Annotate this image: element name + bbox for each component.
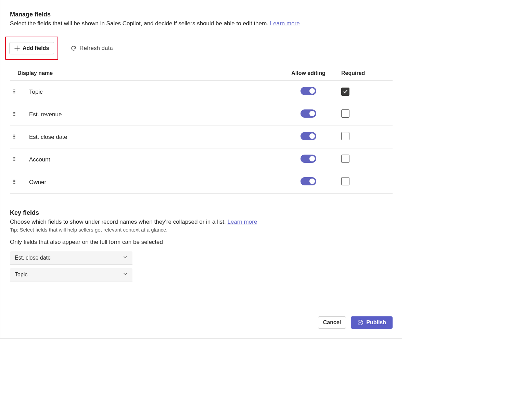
field-name: Est. revenue [29, 111, 278, 118]
table-row: ⠿ Est. close date [10, 126, 393, 148]
table-row: ⠿ Est. revenue [10, 103, 393, 126]
allow-editing-toggle[interactable] [301, 177, 316, 185]
plus-icon [14, 45, 20, 51]
drag-handle-icon[interactable]: ⠿ [12, 91, 20, 93]
add-fields-button[interactable]: Add fields [9, 42, 54, 54]
footer-actions: Cancel Publish [318, 316, 393, 329]
required-checkbox[interactable] [341, 132, 349, 140]
add-fields-label: Add fields [23, 45, 49, 51]
select-value: Topic [15, 272, 27, 278]
key-fields-learn-more-link[interactable]: Learn more [227, 219, 257, 225]
table-row: ⠿ Owner [10, 171, 393, 194]
required-checkbox[interactable] [341, 88, 349, 96]
key-fields-description: Choose which fields to show under record… [10, 219, 393, 225]
table-row: ⠿ Account [10, 148, 393, 171]
drag-handle-icon[interactable]: ⠿ [12, 113, 20, 116]
allow-editing-toggle[interactable] [301, 132, 316, 140]
key-fields-heading: Key fields [10, 209, 393, 216]
required-checkbox[interactable] [341, 177, 349, 185]
publish-button[interactable]: Publish [351, 316, 393, 329]
manage-fields-heading: Manage fields [10, 11, 393, 18]
chevron-down-icon [123, 255, 128, 261]
allow-editing-toggle[interactable] [301, 155, 316, 163]
chevron-down-icon [123, 272, 128, 278]
publish-label: Publish [366, 319, 386, 326]
drag-handle-icon[interactable]: ⠿ [12, 181, 20, 184]
key-fields-selects: Est. close date Topic [10, 251, 393, 281]
cancel-button[interactable]: Cancel [318, 316, 346, 329]
drag-handle-icon[interactable]: ⠿ [12, 136, 20, 139]
toolbar: Add fields Refresh data [10, 37, 393, 60]
refresh-data-button[interactable]: Refresh data [68, 43, 115, 54]
checkmark-circle-icon [357, 319, 363, 326]
field-name: Topic [29, 89, 278, 95]
required-checkbox[interactable] [341, 109, 349, 118]
allow-editing-toggle[interactable] [301, 109, 316, 118]
table-header-row: Display name Allow editing Required [10, 67, 393, 81]
field-name: Est. close date [29, 134, 278, 141]
key-fields-section: Key fields Choose which fields to show u… [10, 209, 393, 281]
field-name: Account [29, 156, 278, 163]
manage-fields-panel: Manage fields Select the fields that wil… [0, 0, 402, 339]
required-checkbox[interactable] [341, 155, 349, 163]
key-fields-tip: Tip: Select fields that will help seller… [10, 227, 393, 233]
column-header-name: Display name [12, 70, 278, 76]
refresh-icon [71, 45, 77, 51]
key-field-select[interactable]: Est. close date [10, 251, 132, 265]
select-value: Est. close date [15, 255, 51, 261]
drag-handle-icon[interactable]: ⠿ [12, 158, 20, 161]
table-row: ⠿ Topic [10, 81, 393, 103]
key-fields-note: Only fields that also appear on the full… [10, 239, 393, 246]
field-name: Owner [29, 179, 278, 186]
column-header-allow: Allow editing [278, 70, 339, 76]
key-field-select[interactable]: Topic [10, 268, 132, 281]
manage-fields-description-text: Select the fields that will be shown in … [10, 20, 270, 27]
column-header-required: Required [339, 70, 391, 76]
add-fields-highlight: Add fields [5, 37, 58, 60]
allow-editing-toggle[interactable] [301, 87, 316, 95]
refresh-data-label: Refresh data [79, 45, 113, 52]
manage-fields-description: Select the fields that will be shown in … [10, 20, 393, 27]
key-fields-description-text: Choose which fields to show under record… [10, 219, 227, 225]
fields-table: Display name Allow editing Required ⠿ To… [10, 67, 393, 194]
learn-more-link[interactable]: Learn more [270, 20, 300, 27]
